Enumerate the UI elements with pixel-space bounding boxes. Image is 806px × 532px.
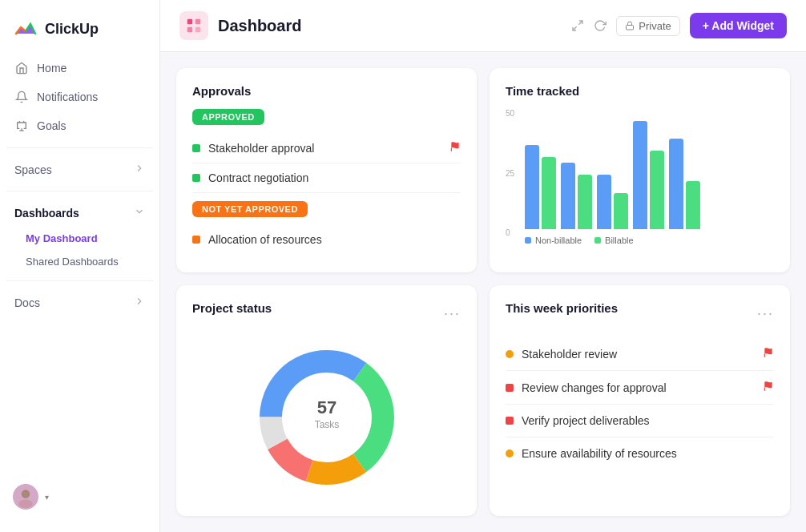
refresh-button[interactable] [594,19,607,32]
header: Dashboard Private + Add Widget [160,0,806,52]
chart-legend: Non-billable Billable [525,236,774,245]
not-approved-badge: NOT YET APPROVED [192,201,308,217]
bar-green-4 [650,151,664,229]
bar-blue-4 [633,121,647,229]
svg-rect-8 [627,26,634,30]
priority-label-1: Review changes for approval [522,381,667,394]
sidebar-item-dashboards[interactable]: Dashboards [6,200,153,226]
docs-label: Docs [14,296,40,309]
legend-non-billable: Non-billable [525,236,582,245]
nav-divider-1 [6,147,153,148]
notifications-label: Notifications [37,91,98,103]
bar-blue-5 [669,139,683,229]
priority-dot-3 [506,449,514,457]
project-status-more-button[interactable]: ··· [444,305,461,322]
trophy-icon [14,119,29,133]
priority-dot-0 [506,350,514,358]
donut-chart: 57 Tasks [255,345,399,490]
expand-button[interactable] [571,19,584,32]
bar-group-3 [597,175,628,229]
svg-line-7 [573,26,577,30]
page-title: Dashboard [218,17,301,35]
svg-point-0 [22,490,30,498]
project-status-header: Project status ··· [192,301,461,326]
approvals-title: Approvals [192,84,461,98]
logo-area: ClickUp [0,13,159,54]
dashboard-grid: Approvals APPROVED Stakeholder approval … [160,52,806,532]
approval-label-stakeholder: Stakeholder approval [208,142,314,155]
nav-divider-2 [6,191,153,191]
sidebar-nav: Home Notifications Goals Spaces Dashboar… [0,54,159,316]
sidebar: ClickUp Home Notifications Goals Spaces [0,0,160,532]
svg-rect-3 [195,19,200,24]
legend-dot-blue [525,237,531,244]
approval-item-stakeholder: Stakeholder approval [192,133,461,163]
dashboard-header-icon [179,11,208,40]
priorities-more-button[interactable]: ··· [757,305,774,322]
home-icon [14,61,29,75]
approval-item-contract: Contract negotiation [192,163,461,193]
svg-rect-4 [187,27,192,32]
chart-area: 50 25 0 [506,109,774,253]
approval-item-allocation: Allocation of resources [192,225,461,254]
logo-text: ClickUp [45,21,99,38]
svg-text:57: 57 [316,397,336,417]
chart-y-labels: 50 25 0 [506,109,514,237]
dot-green-contract [192,174,200,182]
spaces-label: Spaces [14,163,52,176]
priority-label-0: Stakeholder review [522,348,617,361]
chevron-right-icon-docs [134,296,145,309]
priority-label-3: Ensure availability of resources [522,447,677,460]
avatar-chevron-icon: ▾ [45,493,49,502]
priority-flag-1 [763,381,774,394]
bar-group-2 [561,163,592,229]
private-badge: Private [616,16,679,36]
priorities-header: This week priorities ··· [506,301,774,326]
approvals-widget: Approvals APPROVED Stakeholder approval … [176,68,477,272]
svg-rect-2 [187,19,192,24]
svg-line-6 [579,21,583,25]
project-status-widget: Project status ··· 57 [176,285,477,516]
priority-item-0: Stakeholder review [506,337,774,371]
priority-label-2: Verify project deliverables [522,414,650,427]
project-status-title: Project status [192,301,272,315]
bell-icon [14,90,29,104]
bar-blue-3 [597,175,611,229]
chevron-down-icon [134,206,145,220]
bar-green-1 [542,157,556,229]
svg-point-1 [18,500,33,509]
svg-text:Tasks: Tasks [314,419,339,430]
priority-item-1: Review changes for approval [506,371,774,405]
add-widget-button[interactable]: + Add Widget [690,13,787,38]
sidebar-item-home[interactable]: Home [6,54,153,82]
time-tracked-title: Time tracked [506,84,774,98]
chevron-right-icon [134,163,145,176]
priority-flag-0 [763,347,774,361]
bar-blue-2 [561,163,575,229]
time-tracked-widget: Time tracked 50 25 0 [490,68,790,272]
sidebar-item-notifications[interactable]: Notifications [6,83,153,111]
legend-dot-green [594,237,601,244]
priority-item-3: Ensure availability of resources [506,437,774,470]
dot-orange-allocation [192,236,200,244]
clickup-logo-icon [13,16,38,42]
dashboards-label: Dashboards [14,207,79,220]
bar-green-2 [578,175,592,229]
sidebar-item-goals[interactable]: Goals [6,112,153,139]
nav-divider-3 [6,280,153,281]
bar-green-3 [614,193,628,229]
svg-rect-5 [195,27,200,32]
header-actions: Private + Add Widget [571,13,787,38]
sidebar-item-my-dashboard[interactable]: My Dashboard [6,228,153,249]
bar-group-5 [669,139,700,229]
home-label: Home [37,62,66,75]
approved-badge: APPROVED [192,109,264,125]
sidebar-item-docs[interactable]: Docs [6,289,153,316]
sidebar-item-shared-dashboards[interactable]: Shared Dashboards [6,251,153,272]
flag-icon-stakeholder [449,141,461,155]
approval-label-contract: Contract negotiation [208,171,308,184]
priority-dot-2 [506,417,514,425]
avatar[interactable] [13,484,38,510]
sidebar-item-spaces[interactable]: Spaces [6,156,153,183]
goals-label: Goals [37,119,66,132]
